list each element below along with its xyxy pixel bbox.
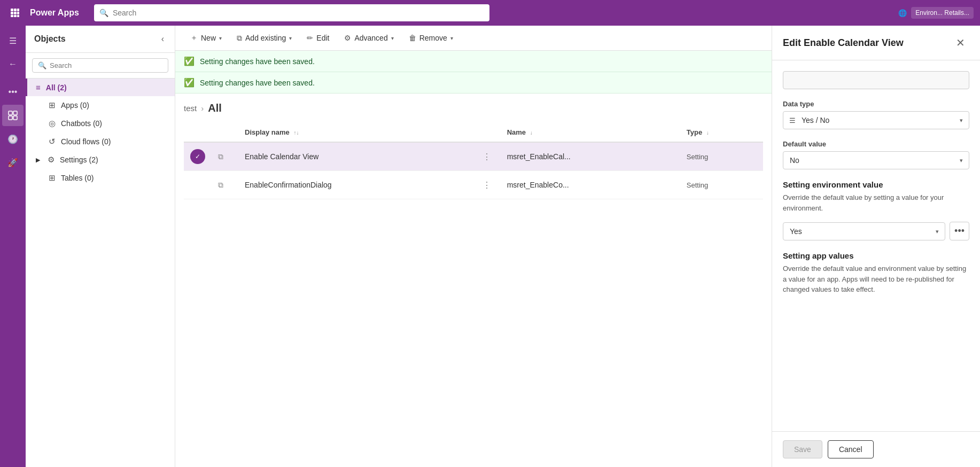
sidebar-search-area: 🔍 xyxy=(26,53,175,79)
banner-1-text: Setting changes have been saved. xyxy=(200,57,315,66)
new-label: New xyxy=(201,34,216,42)
svg-rect-12 xyxy=(13,116,17,120)
banner-2-icon: ✅ xyxy=(184,77,195,88)
row2-copy-icon: ⧉ xyxy=(218,181,223,189)
row1-name-cell: msret_EnableCal... xyxy=(501,142,680,171)
svg-rect-9 xyxy=(9,111,12,115)
env-select-wrapper: Yes No ▾ xyxy=(783,222,945,240)
all-icon: ≡ xyxy=(36,83,41,92)
th-type-label: Type xyxy=(687,128,702,136)
env-value-row: Yes No ▾ ••• xyxy=(783,222,969,240)
row1-copy-icon: ⧉ xyxy=(218,152,223,161)
th-name[interactable]: Name ↓ xyxy=(501,123,680,142)
breadcrumb-parent[interactable]: test xyxy=(184,104,197,113)
row2-checkbox-cell[interactable] xyxy=(184,171,212,199)
svg-rect-6 xyxy=(11,15,13,17)
table-row[interactable]: ✓ ⧉ Enable Calendar View ⋮ msret_EnableC xyxy=(184,142,763,171)
advanced-button[interactable]: ⚙ Advanced ▾ xyxy=(338,30,400,45)
edit-button[interactable]: ✏ Edit xyxy=(300,30,336,45)
sidebar-collapse-button[interactable]: ‹ xyxy=(159,32,166,46)
edit-label: Edit xyxy=(316,34,329,42)
advanced-chevron-icon: ▾ xyxy=(391,35,394,41)
remove-icon: 🗑 xyxy=(409,34,416,42)
edit-icon: ✏ xyxy=(307,34,313,42)
row2-icon-cell: ⧉ xyxy=(212,171,238,199)
sidebar-item-cloud-flows-label: Cloud flows (0) xyxy=(61,137,111,146)
data-type-select[interactable]: Yes / No Text Number xyxy=(783,111,969,129)
apps-icon: ⊞ xyxy=(49,100,56,110)
sidebar-item-settings[interactable]: ▶ ⚙ Settings (2) xyxy=(26,151,175,169)
sidebar-item-tables[interactable]: ⊞ Tables (0) xyxy=(26,169,175,187)
setting-app-title: Setting app values xyxy=(783,251,969,260)
new-button[interactable]: ＋ New ▾ xyxy=(184,30,228,46)
type-sort-icon: ↓ xyxy=(706,130,709,136)
save-button[interactable]: Save xyxy=(783,440,822,458)
env-value-select[interactable]: Yes No xyxy=(783,222,945,240)
sidebar-item-all[interactable]: ≡ All (2) xyxy=(26,79,175,96)
row2-more-cell[interactable]: ⋮ xyxy=(473,171,501,199)
th-display-name[interactable]: Display name ↑↓ xyxy=(238,123,473,142)
settings-expand-arrow: ▶ xyxy=(36,157,40,164)
environment-icon: 🌐 xyxy=(898,9,907,17)
default-value-wrapper: No Yes ▾ xyxy=(783,151,969,169)
row1-more-cell[interactable]: ⋮ xyxy=(473,142,501,171)
rail-menu-icon[interactable]: ☰ xyxy=(2,30,24,51)
row2-type-cell: Setting xyxy=(680,171,763,199)
table-header: Display name ↑↓ Name ↓ Type ↓ xyxy=(184,123,763,142)
right-panel: Edit Enable Calendar View ✕ Data type ☰ … xyxy=(772,26,980,467)
setting-env-title: Setting environment value xyxy=(783,180,969,189)
sidebar-search-box[interactable]: 🔍 xyxy=(32,58,168,73)
svg-rect-11 xyxy=(9,116,12,120)
remove-chevron-icon: ▾ xyxy=(450,35,453,41)
row2-more-button[interactable]: ⋮ xyxy=(479,179,494,191)
row1-type: Setting xyxy=(687,153,708,161)
table-body: ✓ ⧉ Enable Calendar View ⋮ msret_EnableC xyxy=(184,142,763,199)
rail-history-icon[interactable]: 🕐 xyxy=(2,128,24,150)
name-sort-icon: ↓ xyxy=(530,130,533,136)
topbar-search-input[interactable] xyxy=(113,9,484,17)
sidebar-search-icon: 🔍 xyxy=(38,61,46,69)
env-more-button[interactable]: ••• xyxy=(950,222,969,240)
row1-check-icon: ✓ xyxy=(190,149,205,164)
advanced-label: Advanced xyxy=(354,34,387,42)
panel-name-input[interactable] xyxy=(783,71,969,89)
table-row[interactable]: ⧉ EnableConfirmationDialog ⋮ msret_Enabl… xyxy=(184,171,763,199)
rail-objects-icon[interactable] xyxy=(2,105,24,126)
sidebar-item-all-label: All (2) xyxy=(46,83,67,92)
row1-more-button[interactable]: ⋮ xyxy=(479,151,494,163)
sidebar-item-apps[interactable]: ⊞ Apps (0) xyxy=(26,96,175,114)
row1-checkbox-cell[interactable]: ✓ xyxy=(184,142,212,171)
row2-display-name-cell: EnableConfirmationDialog xyxy=(238,171,473,199)
table-area: test › All Display name ↑↓ Na xyxy=(175,94,772,467)
add-existing-icon: ⧉ xyxy=(237,34,242,43)
banner-1-icon: ✅ xyxy=(184,56,195,66)
apps-grid-icon[interactable] xyxy=(6,4,24,21)
rail-back-icon[interactable]: ← xyxy=(2,53,24,75)
th-display-name-label: Display name xyxy=(245,128,290,136)
sidebar: Objects ‹ 🔍 ≡ All (2) ⊞ Apps (0) ◎ C xyxy=(26,26,175,467)
sidebar-item-cloud-flows[interactable]: ↺ Cloud flows (0) xyxy=(26,133,175,151)
breadcrumb-current: All xyxy=(208,102,222,114)
th-type[interactable]: Type ↓ xyxy=(680,123,763,142)
add-existing-button[interactable]: ⧉ Add existing ▾ xyxy=(230,30,298,46)
panel-close-button[interactable]: ✕ xyxy=(952,34,969,51)
sidebar-item-chatbots[interactable]: ◎ Chatbots (0) xyxy=(26,114,175,133)
data-type-wrapper: ☰ Yes / No Text Number ▾ xyxy=(783,111,969,129)
data-table: Display name ↑↓ Name ↓ Type ↓ xyxy=(184,123,763,199)
default-value-select[interactable]: No Yes xyxy=(783,151,969,169)
remove-button[interactable]: 🗑 Remove ▾ xyxy=(402,30,460,45)
topbar-search-icon: 🔍 xyxy=(99,9,108,17)
rail-rocket-icon[interactable]: 🚀 xyxy=(2,152,24,173)
advanced-icon: ⚙ xyxy=(344,34,351,42)
cloud-flows-icon: ↺ xyxy=(49,137,56,146)
svg-rect-8 xyxy=(17,15,19,17)
topbar-search-box[interactable]: 🔍 xyxy=(94,4,489,21)
panel-title: Edit Enable Calendar View xyxy=(783,37,904,49)
rail-more-icon[interactable]: ••• xyxy=(2,81,24,103)
cancel-button[interactable]: Cancel xyxy=(828,440,874,458)
new-icon: ＋ xyxy=(190,33,198,43)
sidebar-search-input[interactable] xyxy=(50,61,162,69)
banner-1: ✅ Setting changes have been saved. xyxy=(175,51,772,72)
data-type-label: Data type xyxy=(783,100,969,108)
remove-label: Remove xyxy=(419,34,447,42)
